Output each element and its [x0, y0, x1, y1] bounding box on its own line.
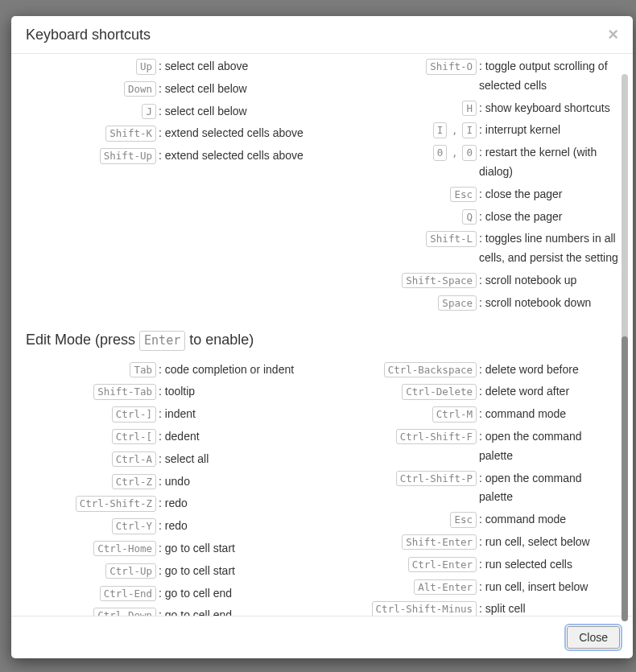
key: Shift-Space [402, 273, 477, 289]
key: Ctrl-Up [105, 563, 156, 579]
shortcut-description: : toggles line numbers in all cells, and… [479, 229, 618, 268]
shortcut-keys: Shift-L [322, 229, 479, 249]
key: Ctrl-] [112, 406, 156, 423]
shortcut-description: : extend selected cells above [159, 146, 322, 166]
shortcut-row: Shift-Enter: run cell, select below [322, 533, 618, 552]
shortcut-description: : go to cell start [159, 562, 322, 581]
shortcut-row: H: show keyboard shortcuts [322, 99, 618, 118]
shortcut-keys: Shift-Space [322, 271, 479, 291]
key: Shift-Tab [93, 384, 156, 400]
shortcut-row: Down: select cell below [26, 80, 322, 99]
key-separator: , [450, 146, 460, 159]
key: Ctrl-Z [112, 474, 156, 490]
shortcut-row: Ctrl-Z: undo [26, 472, 322, 492]
shortcut-keys: Esc [322, 185, 479, 204]
shortcut-keys: H [322, 99, 479, 118]
shortcut-row: Ctrl-Backspace: delete word before [322, 361, 618, 380]
key: J [142, 104, 156, 120]
shortcut-description: : indent [159, 405, 322, 424]
shortcut-description: : extend selected cells above [159, 124, 322, 143]
shortcut-row: Shift-L: toggles line numbers in all cel… [322, 229, 618, 268]
key: Esc [450, 187, 477, 203]
key: I [433, 122, 448, 138]
shortcut-keys: Ctrl-Up [26, 562, 159, 581]
command-mode-shortcuts: Up: select cell aboveDown: select cell b… [26, 54, 618, 316]
key: Ctrl-Delete [402, 384, 477, 400]
close-icon[interactable]: × [608, 26, 618, 43]
shortcut-description: : command mode [479, 510, 618, 530]
shortcut-keys: Ctrl-Delete [322, 382, 479, 402]
scrollbar-thumb[interactable] [622, 336, 628, 621]
key: Esc [450, 512, 477, 528]
modal-body[interactable]: Up: select cell aboveDown: select cell b… [11, 54, 633, 616]
key: 0 [433, 145, 448, 161]
shortcut-row: Ctrl-]: indent [26, 405, 322, 424]
shortcut-description: : run selected cells [479, 555, 618, 575]
shortcut-keys: Shift-O [322, 57, 479, 76]
shortcut-keys: Q [322, 208, 479, 227]
shortcut-keys: Shift-Tab [26, 382, 159, 402]
shortcut-row: Ctrl-Delete: delete word after [322, 382, 618, 402]
shortcut-description: : redo [159, 517, 322, 536]
shortcut-row: Shift-Up: extend selected cells above [26, 146, 322, 166]
shortcut-description: : go to cell end [159, 584, 322, 604]
shortcut-description: : split cell [479, 600, 618, 616]
shortcut-row: Ctrl-M: command mode [322, 405, 618, 424]
shortcut-keys: Ctrl-] [26, 405, 159, 424]
shortcut-description: : restart the kernel (with dialog) [479, 143, 618, 182]
shortcut-description: : scroll notebook down [479, 294, 618, 313]
shortcut-row: Ctrl-Enter: run selected cells [322, 555, 618, 575]
shortcut-row: Shift-K: extend selected cells above [26, 124, 322, 143]
shortcut-keys: I , I [322, 121, 479, 140]
shortcut-row: Ctrl-End: go to cell end [26, 584, 322, 604]
shortcut-row: Ctrl-A: select all [26, 450, 322, 469]
shortcut-description: : code completion or indent [159, 361, 322, 380]
shortcut-description: : interrupt kernel [479, 121, 618, 140]
shortcut-description: : delete word after [479, 382, 618, 402]
shortcut-keys: Ctrl-Shift-Minus [322, 600, 479, 616]
shortcut-description: : go to cell end [159, 606, 322, 616]
shortcut-row: 0 , 0: restart the kernel (with dialog) [322, 143, 618, 182]
shortcut-description: : scroll notebook up [479, 271, 618, 291]
key: 0 [462, 145, 477, 161]
shortcut-row: Ctrl-Down: go to cell end [26, 606, 322, 616]
shortcut-keys: Ctrl-Home [26, 539, 159, 559]
shortcut-description: : tooltip [159, 382, 322, 402]
key: Tab [130, 362, 156, 378]
shortcut-row: Esc: command mode [322, 510, 618, 530]
shortcut-row: Alt-Enter: run cell, insert below [322, 578, 618, 597]
key: Ctrl-Shift-Z [76, 496, 156, 512]
shortcut-row: Ctrl-Shift-Z: redo [26, 494, 322, 513]
shortcut-keys: Ctrl-Shift-Z [26, 494, 159, 513]
shortcut-keys: J [26, 102, 159, 122]
shortcut-description: : go to cell start [159, 539, 322, 559]
shortcut-keys: Esc [322, 510, 479, 530]
key: Ctrl-M [432, 406, 477, 423]
key: Ctrl-Shift-F [396, 429, 477, 445]
shortcut-description: : undo [159, 472, 322, 492]
shortcut-row: Ctrl-Up: go to cell start [26, 562, 322, 581]
key: Space [438, 295, 477, 311]
shortcut-description: : toggle output scrolling of selected ce… [479, 57, 618, 96]
key: Ctrl-A [112, 451, 156, 468]
key: Ctrl-Y [112, 518, 156, 534]
shortcut-row: Q: close the pager [322, 208, 618, 227]
key: Alt-Enter [414, 579, 477, 596]
shortcut-description: : delete word before [479, 361, 618, 380]
key: Shift-Enter [402, 534, 477, 550]
key: Shift-L [426, 231, 477, 247]
shortcut-keys: Ctrl-Enter [322, 555, 479, 575]
key: Up [136, 59, 156, 75]
shortcut-keys: Shift-K [26, 124, 159, 143]
shortcut-keys: Down [26, 80, 159, 99]
key: Ctrl-Home [93, 541, 156, 557]
shortcut-description: : show keyboard shortcuts [479, 99, 618, 118]
shortcut-description: : select cell above [159, 57, 322, 76]
modal-title: Keyboard shortcuts [26, 27, 151, 43]
shortcut-keys: Ctrl-Y [26, 517, 159, 536]
close-button[interactable]: Close [567, 626, 620, 649]
key: Down [124, 81, 156, 97]
shortcut-keys: Shift-Enter [322, 533, 479, 552]
shortcut-row: Ctrl-Shift-Minus: split cell [322, 600, 618, 616]
shortcut-keys: Ctrl-[ [26, 427, 159, 447]
